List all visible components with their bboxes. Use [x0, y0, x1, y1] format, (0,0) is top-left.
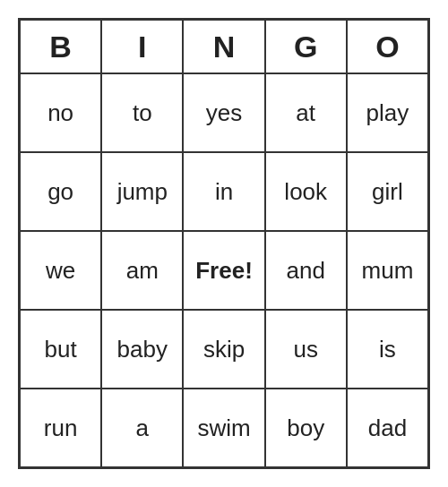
- cell-2-5: girl: [347, 152, 428, 231]
- cell-1-5: play: [347, 73, 428, 152]
- cell-1-2: to: [101, 73, 183, 152]
- cell-4-3: skip: [183, 310, 264, 389]
- cell-2-3: in: [183, 152, 264, 231]
- bingo-row-3: we am Free! and mum: [20, 231, 428, 310]
- header-o: O: [347, 20, 428, 73]
- cell-3-5: mum: [347, 231, 428, 310]
- cell-2-1: go: [20, 152, 101, 231]
- cell-3-2: am: [101, 231, 183, 310]
- header-n: N: [183, 20, 264, 73]
- bingo-card: B I N G O no to yes at play go jump in l…: [18, 18, 430, 469]
- cell-4-4: us: [265, 310, 347, 389]
- cell-5-5: dad: [347, 389, 428, 467]
- cell-3-1: we: [20, 231, 101, 310]
- header-row: B I N G O: [20, 20, 428, 73]
- bingo-row-2: go jump in look girl: [20, 152, 428, 231]
- header-b: B: [20, 20, 101, 73]
- bingo-row-4: but baby skip us is: [20, 310, 428, 389]
- cell-1-3: yes: [183, 73, 264, 152]
- cell-1-4: at: [265, 73, 347, 152]
- cell-2-2: jump: [101, 152, 183, 231]
- cell-5-4: boy: [265, 389, 347, 467]
- cell-1-1: no: [20, 73, 101, 152]
- header-i: I: [101, 20, 183, 73]
- cell-3-free: Free!: [183, 231, 264, 310]
- cell-2-4: look: [265, 152, 347, 231]
- cell-5-2: a: [101, 389, 183, 467]
- bingo-row-5: run a swim boy dad: [20, 389, 428, 467]
- header-g: G: [265, 20, 347, 73]
- cell-3-4: and: [265, 231, 347, 310]
- cell-4-5: is: [347, 310, 428, 389]
- cell-4-1: but: [20, 310, 101, 389]
- cell-5-1: run: [20, 389, 101, 467]
- bingo-row-1: no to yes at play: [20, 73, 428, 152]
- cell-4-2: baby: [101, 310, 183, 389]
- cell-5-3: swim: [183, 389, 264, 467]
